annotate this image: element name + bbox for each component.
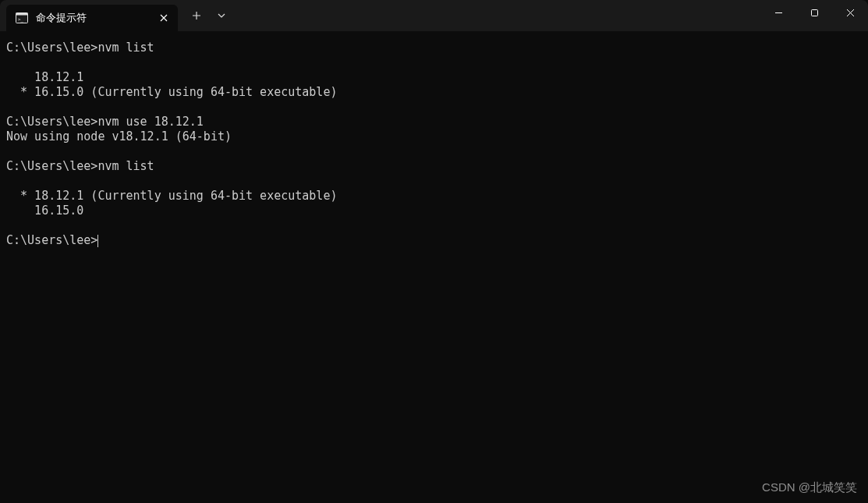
window-controls	[760, 0, 868, 28]
svg-text:>_: >_	[18, 16, 24, 23]
new-tab-button[interactable]	[182, 3, 211, 28]
svg-rect-3	[811, 9, 817, 16]
tab-left: >_ 命令提示符	[16, 11, 87, 25]
terminal-output: C:\Users\lee>nvm list 18.12.1 * 16.15.0 …	[6, 41, 862, 248]
cursor	[97, 235, 98, 247]
tab-title: 命令提示符	[36, 11, 87, 25]
terminal-content[interactable]: C:\Users\lee>nvm list 18.12.1 * 16.15.0 …	[0, 31, 868, 257]
minimize-button[interactable]	[760, 0, 796, 25]
titlebar: >_ 命令提示符	[0, 0, 868, 31]
close-tab-button[interactable]	[156, 10, 172, 26]
tab-actions	[182, 0, 232, 31]
tab-dropdown-button[interactable]	[211, 3, 232, 28]
svg-rect-1	[16, 13, 28, 16]
cmd-icon: >_	[16, 12, 28, 24]
tab-active[interactable]: >_ 命令提示符	[6, 5, 178, 31]
close-window-button[interactable]	[832, 0, 868, 25]
maximize-button[interactable]	[796, 0, 832, 25]
watermark: CSDN @北城笑笑	[762, 480, 857, 495]
